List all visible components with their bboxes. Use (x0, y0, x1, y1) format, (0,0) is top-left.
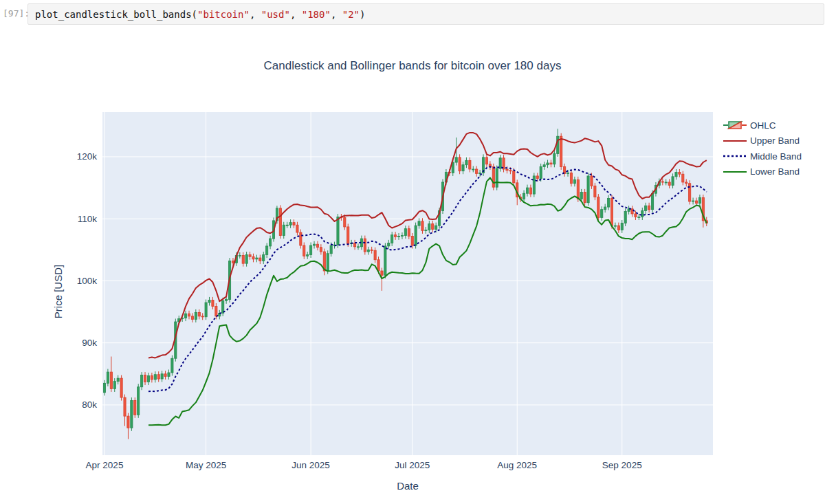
x-tick-label: Apr 2025 (86, 460, 124, 470)
code-token-string: "usd" (261, 9, 290, 20)
y-tick-label: 100k (77, 276, 98, 286)
code-token-string: "180" (302, 9, 331, 20)
lower-band-line-icon (723, 167, 747, 177)
chart-title: Candlestick and Bollinger bands for bitc… (0, 59, 825, 73)
y-tick-label: 120k (77, 151, 98, 162)
legend-item-upper-band[interactable]: Upper Band (723, 133, 802, 149)
code-token: plot_candlestick_boll_bands( (35, 9, 197, 20)
legend-item-lower-band[interactable]: Lower Band (723, 164, 802, 180)
y-tick-label: 110k (78, 214, 98, 224)
y-tick-label: 80k (82, 399, 97, 410)
legend-item-ohlc[interactable]: OHLC (723, 118, 802, 133)
code-token: , (290, 9, 302, 20)
code-token: , (250, 9, 261, 20)
legend-item-middle-band[interactable]: Middle Band (723, 149, 802, 164)
code-token: ) (360, 9, 365, 20)
code-token-string: "bitcoin" (197, 9, 250, 20)
legend-label: Upper Band (750, 135, 800, 146)
upper-band-line-icon (723, 136, 747, 146)
code-token: , (331, 9, 342, 20)
x-tick-label: Sep 2025 (602, 460, 642, 470)
legend-label: Lower Band (750, 166, 800, 177)
middle-band-line-icon (723, 151, 747, 161)
code-token-string: "2" (342, 9, 360, 20)
legend-label: OHLC (750, 120, 776, 131)
bollinger-candlestick-chart[interactable]: 80k90k100k110k120kApr 2025May 2025Jun 20… (0, 0, 825, 504)
x-tick-label: Jun 2025 (292, 460, 330, 470)
y-tick-label: 90k (82, 338, 97, 348)
code-input[interactable]: plot_candlestick_boll_bands("bitcoin", "… (28, 3, 824, 25)
x-axis-title: Date (102, 480, 713, 492)
code-line: plot_candlestick_boll_bands("bitcoin", "… (35, 9, 366, 20)
y-axis-title: Price [USD] (52, 249, 64, 334)
legend-label: Middle Band (750, 151, 802, 162)
x-tick-label: Jul 2025 (395, 460, 430, 470)
x-tick-label: Aug 2025 (497, 460, 537, 470)
x-tick-label: May 2025 (186, 460, 226, 470)
chart-legend: OHLC Upper Band Middle Band Lower Band (723, 118, 802, 179)
jupyter-code-cell: [97]: plot_candlestick_boll_bands("bitco… (0, 0, 825, 30)
execution-count-prompt: [97]: (3, 8, 30, 19)
ohlc-candle-icon (723, 120, 747, 130)
